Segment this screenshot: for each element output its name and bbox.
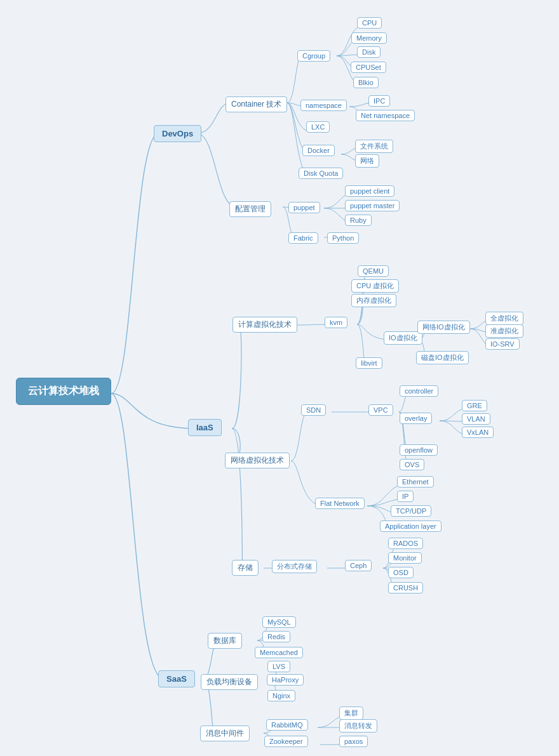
ovs-node: OVS [400, 459, 424, 470]
openflow-node: openflow [400, 444, 438, 456]
memcached-node: Memcached [255, 647, 303, 658]
ceph-node: Ceph [345, 560, 372, 571]
saas-node: SaaS [158, 670, 195, 687]
lxc-node: LXC [306, 121, 330, 133]
paxos-node: paxos [339, 736, 368, 747]
redis-node: Redis [262, 631, 290, 642]
cpu-virt-node: CPU 虚拟化 [351, 279, 399, 293]
ipc-node: IPC [368, 95, 390, 107]
libvirt-node: libvirt [356, 357, 382, 369]
disk-node: Disk [357, 46, 381, 58]
mem-virt-node: 内存虚拟化 [351, 294, 396, 307]
gre-node: GRE [462, 400, 487, 411]
haproxy-node: HaProxy [267, 674, 304, 686]
qemu-node: QEMU [358, 265, 389, 277]
lvs-node: LVS [267, 661, 290, 672]
puppet-node: puppet [288, 202, 320, 213]
container-tech-node: Container 技术 [226, 96, 287, 112]
sdn-node: SDN [301, 404, 326, 416]
blkio-node: Blkio [353, 77, 379, 88]
fabric-node: Fabric [288, 232, 318, 244]
config-mgmt-node: 配置管理 [229, 201, 271, 217]
root-node: 云计算技术堆栈 [16, 378, 111, 405]
disk-quota-node: Disk Quota [299, 168, 343, 179]
ruby-node: Ruby [345, 215, 372, 226]
disk-io-virt-node: 磁盘IO虚拟化 [416, 351, 469, 364]
python-node: Python [327, 232, 359, 244]
iaas-node: IaaS [188, 419, 222, 436]
msg-middleware-node: 消息中间件 [200, 726, 250, 741]
puppet-master-node: puppet master [345, 200, 400, 211]
tcp-udp-node: TCP/UDP [391, 505, 431, 517]
cgroup-node: Cgroup [297, 50, 330, 62]
mindmap: 云计算技术堆栈 DevOps IaaS SaaS Container 技术 配置… [0, 0, 559, 756]
rados-node: RADOS [388, 538, 423, 549]
overlay-node: overlay [400, 413, 432, 424]
puppet-client-node: puppet client [345, 185, 394, 197]
storage-node: 存储 [232, 560, 259, 576]
ip-node: IP [397, 491, 414, 502]
network-virt-node: 网络虚拟化技术 [225, 453, 290, 468]
wenjian-node: 文件系统 [355, 140, 393, 153]
controller-node: controller [400, 385, 438, 397]
crush-node: CRUSH [388, 582, 423, 594]
mysql-node: MySQL [262, 616, 296, 628]
database-node: 数据库 [208, 633, 242, 649]
ethernet-node: Ethernet [397, 476, 434, 487]
lb-device-node: 负载均衡设备 [201, 674, 258, 690]
nginx-node: Nginx [267, 690, 295, 701]
cluster-node: 集群 [339, 706, 363, 720]
vxlan-node: VxLAN [462, 427, 494, 438]
cpu-node: CPU [357, 17, 382, 29]
monitor-node: Monitor [388, 552, 422, 564]
wangluo-node: 网络 [355, 154, 379, 168]
io-srv-node: IO-SRV [485, 338, 520, 350]
net-namespace-node: Net namespace [356, 110, 415, 121]
vlan-node: VLAN [462, 413, 490, 425]
io-virt-node: IO虚拟化 [384, 331, 422, 345]
compute-virt-node: 计算虚拟化技术 [232, 317, 297, 333]
memory-node: Memory [351, 32, 387, 44]
vpc-node: VPC [368, 404, 393, 416]
para-virt-node: 准虚拟化 [485, 324, 523, 338]
msg-forward-node: 消息转发 [339, 719, 377, 733]
devops-node: DevOps [154, 125, 201, 142]
kvm-node: kvm [325, 317, 347, 328]
net-io-virt-node: 网络IO虚拟化 [417, 321, 470, 334]
full-virt-node: 全虚拟化 [485, 312, 523, 325]
docker-node: Docker [302, 145, 335, 156]
namespace-node: namespace [300, 100, 347, 111]
flat-network-node: Flat Network [315, 498, 365, 509]
zookeeper-node: Zookeeper [264, 736, 308, 747]
app-layer-node: Application layer [380, 521, 441, 532]
distributed-storage-node: 分布式存储 [272, 560, 317, 573]
osd-node: OSD [388, 567, 414, 578]
rabbitmq-node: RabbitMQ [266, 719, 308, 731]
cpuset-node: CPUSet [351, 62, 386, 73]
